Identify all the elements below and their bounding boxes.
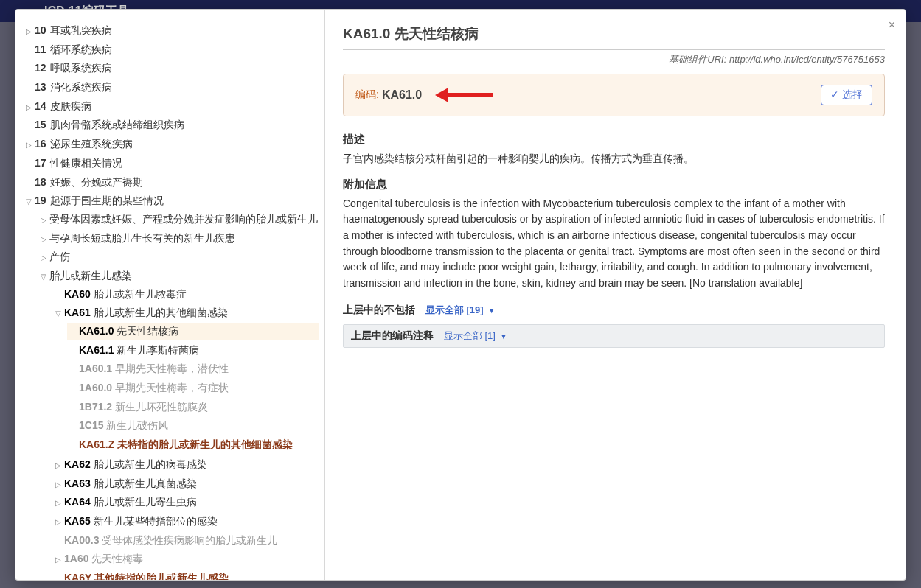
tree-node[interactable]: 13消化系统疾病 bbox=[23, 79, 319, 97]
node-label: 受母体感染性疾病影响的胎儿或新生儿 bbox=[102, 534, 277, 546]
tree-node[interactable]: KA6Y其他特指的胎儿或新生儿感染 bbox=[52, 570, 319, 580]
tree-node[interactable]: ▷KA63胎儿或新生儿真菌感染 bbox=[52, 475, 319, 493]
node-label: 消化系统疾病 bbox=[50, 81, 112, 93]
tree-node[interactable]: 1A60.0早期先天性梅毒，有症状 bbox=[67, 379, 319, 397]
node-text: 与孕周长短或胎儿生长有关的新生儿疾患 bbox=[49, 231, 319, 247]
chapter-number: 12 bbox=[35, 62, 46, 74]
chapter-number: 17 bbox=[35, 157, 46, 169]
tree-node[interactable]: 18妊娠、分娩或产褥期 bbox=[23, 174, 319, 192]
chevron-right-icon[interactable]: ▷ bbox=[52, 497, 64, 509]
node-label: 胎儿或新生儿真菌感染 bbox=[94, 477, 197, 489]
node-text: KA61.1新生儿李斯特菌病 bbox=[79, 343, 319, 359]
node-label: 胎儿或新生儿脓毒症 bbox=[94, 288, 187, 300]
node-text: 1A60.1早期先天性梅毒，潜伏性 bbox=[79, 361, 319, 377]
node-text: 胎儿或新生儿感染 bbox=[49, 268, 319, 284]
select-button[interactable]: ✓ 选择 bbox=[821, 85, 872, 105]
node-code: 1B71.2 bbox=[79, 401, 112, 413]
chevron-right-icon[interactable]: ▷ bbox=[23, 26, 35, 38]
node-label: 泌尿生殖系统疾病 bbox=[50, 138, 133, 150]
tree-node[interactable]: ▷KA62胎儿或新生儿的病毒感染 bbox=[52, 456, 319, 474]
tree-node[interactable]: ▷1A60先天性梅毒 bbox=[52, 550, 319, 568]
node-label: 新生儿坏死性筋膜炎 bbox=[115, 401, 208, 413]
node-label: 性健康相关情况 bbox=[50, 157, 122, 169]
tree-node[interactable]: 12呼吸系统疾病 bbox=[23, 60, 319, 77]
exclusions-heading: 上层中的不包括 bbox=[343, 304, 415, 315]
node-text: KA60胎儿或新生儿脓毒症 bbox=[64, 287, 319, 303]
close-icon[interactable]: × bbox=[889, 18, 895, 32]
tree-panel: ▷10耳或乳突疾病11循环系统疾病12呼吸系统疾病13消化系统疾病▷14皮肤疾病… bbox=[15, 10, 325, 580]
code-value: KA61.0 bbox=[382, 88, 422, 102]
chapter-number: 18 bbox=[35, 176, 46, 188]
notes-showall-link[interactable]: 显示全部 [1] ▼ bbox=[444, 330, 507, 341]
tree-node[interactable]: ▽胎儿或新生儿感染 bbox=[38, 267, 319, 285]
tree-node[interactable]: ▷产伤 bbox=[38, 248, 319, 266]
node-text: 1C15新生儿破伤风 bbox=[79, 418, 319, 434]
tree-node[interactable]: ▷受母体因素或妊娠、产程或分娩并发症影响的胎儿或新生儿 bbox=[38, 211, 319, 228]
tree-node[interactable]: ▷KA64胎儿或新生儿寄生虫病 bbox=[52, 494, 319, 511]
tree-node[interactable]: ▷10耳或乳突疾病 bbox=[23, 22, 319, 40]
tree-node[interactable]: 11循环系统疾病 bbox=[23, 41, 319, 59]
node-label: 胎儿或新生儿的病毒感染 bbox=[94, 458, 207, 470]
exclusions-showall-link[interactable]: 显示全部 [19] ▼ bbox=[425, 304, 495, 315]
node-text: KA62胎儿或新生儿的病毒感染 bbox=[64, 457, 319, 473]
tree-node[interactable]: KA61.Z未特指的胎儿或新生儿的其他细菌感染 bbox=[67, 436, 319, 454]
uri-value: http://id.who.int/icd/entity/576751653 bbox=[729, 54, 885, 65]
chevron-right-icon[interactable]: ▷ bbox=[52, 479, 64, 491]
code-box: 编码: KA61.0 ✓ 选择 bbox=[343, 74, 885, 116]
entity-title: KA61.0 先天性结核病 bbox=[343, 24, 885, 50]
node-text: KA64胎儿或新生儿寄生虫病 bbox=[64, 494, 319, 511]
tree-node[interactable]: KA61.1新生儿李斯特菌病 bbox=[67, 342, 319, 360]
chevron-right-icon[interactable]: ▷ bbox=[52, 517, 64, 528]
chapter-number: 14 bbox=[35, 100, 46, 112]
node-label: 早期先天性梅毒，潜伏性 bbox=[115, 363, 229, 374]
tree-node[interactable]: 1C15新生儿破伤风 bbox=[67, 417, 319, 435]
chevron-right-icon[interactable]: ▷ bbox=[23, 139, 35, 151]
node-text: KA61.Z未特指的胎儿或新生儿的其他细菌感染 bbox=[79, 437, 319, 453]
arrow-annotation bbox=[435, 88, 493, 102]
chevron-down-icon[interactable]: ▽ bbox=[38, 271, 49, 283]
tree-node[interactable]: ▽KA61胎儿或新生儿的其他细菌感染 bbox=[52, 304, 319, 322]
node-text: 19起源于围生期的某些情况 bbox=[35, 193, 319, 209]
tree-node[interactable]: ▷16泌尿生殖系统疾病 bbox=[23, 136, 319, 153]
node-code: KA00.3 bbox=[64, 534, 99, 546]
tree-node[interactable]: KA00.3受母体感染性疾病影响的胎儿或新生儿 bbox=[52, 532, 319, 550]
node-text: 14皮肤疾病 bbox=[35, 99, 319, 115]
node-label: 早期先天性梅毒，有症状 bbox=[115, 382, 229, 393]
chevron-down-icon[interactable]: ▽ bbox=[52, 308, 64, 320]
uri-label: 基础组件URI: bbox=[669, 54, 726, 65]
tree-node[interactable]: ▷KA65新生儿某些特指部位的感染 bbox=[52, 513, 319, 531]
chevron-right-icon[interactable]: ▷ bbox=[23, 102, 35, 113]
tree-node[interactable]: 1A60.1早期先天性梅毒，潜伏性 bbox=[67, 360, 319, 378]
node-text: 15肌肉骨骼系统或结缔组织疾病 bbox=[35, 117, 319, 133]
chevron-right-icon[interactable]: ▷ bbox=[38, 214, 49, 226]
tree-node[interactable]: ▷14皮肤疾病 bbox=[23, 98, 319, 116]
tree-node[interactable]: KA61.0先天性结核病 bbox=[67, 323, 319, 340]
chapter-number: 15 bbox=[35, 119, 46, 130]
node-text: 13消化系统疾病 bbox=[35, 80, 319, 96]
classification-tree: ▷10耳或乳突疾病11循环系统疾病12呼吸系统疾病13消化系统疾病▷14皮肤疾病… bbox=[23, 21, 319, 580]
node-label: 循环系统疾病 bbox=[50, 43, 112, 55]
node-label: 先天性梅毒 bbox=[91, 553, 143, 564]
tree-node[interactable]: ▷与孕周长短或胎儿生长有关的新生儿疾患 bbox=[38, 230, 319, 248]
coding-notes-heading: 上层中的编码注释 bbox=[351, 329, 434, 341]
node-label: 妊娠、分娩或产褥期 bbox=[50, 176, 143, 188]
node-text: 1A60.0早期先天性梅毒，有症状 bbox=[79, 380, 319, 396]
chevron-right-icon[interactable]: ▷ bbox=[38, 252, 49, 264]
tree-node[interactable]: 15肌肉骨骼系统或结缔组织疾病 bbox=[23, 116, 319, 134]
tree-node[interactable]: 17性健康相关情况 bbox=[23, 155, 319, 172]
node-code: 1A60.1 bbox=[79, 363, 112, 374]
chevron-right-icon[interactable]: ▷ bbox=[52, 554, 64, 566]
coding-notes-row: 上层中的编码注释 显示全部 [1] ▼ bbox=[343, 324, 885, 348]
entity-uri: 基础组件URI: http://id.who.int/icd/entity/57… bbox=[343, 53, 885, 66]
chevron-right-icon[interactable]: ▷ bbox=[38, 234, 49, 245]
node-code: KA61.1 bbox=[79, 344, 114, 356]
node-code: KA64 bbox=[64, 496, 91, 508]
chevron-down-icon[interactable]: ▽ bbox=[23, 196, 35, 208]
tree-node[interactable]: KA60胎儿或新生儿脓毒症 bbox=[52, 286, 319, 304]
tree-node[interactable]: ▽19起源于围生期的某些情况 bbox=[23, 192, 319, 210]
node-code: KA6Y bbox=[64, 572, 91, 580]
node-label: 新生儿李斯特菌病 bbox=[117, 344, 199, 356]
chevron-right-icon[interactable]: ▷ bbox=[52, 460, 64, 472]
tree-node[interactable]: 1B71.2新生儿坏死性筋膜炎 bbox=[67, 399, 319, 416]
exclusions-row: 上层中的不包括 显示全部 [19] ▼ bbox=[343, 304, 885, 317]
